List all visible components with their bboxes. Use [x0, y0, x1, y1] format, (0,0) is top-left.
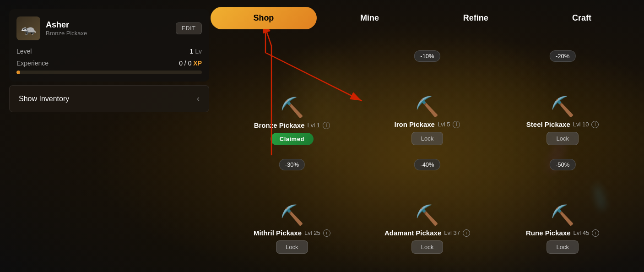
profile-name: Asher	[46, 20, 170, 30]
pickaxe-cell-mithril: -30% ⛏️ Mithril Pickaxe Lvl 25 i Lock	[224, 154, 360, 263]
adamant-info-icon[interactable]: i	[463, 229, 470, 237]
bronze-claimed-button[interactable]: Claimed	[271, 133, 314, 145]
iron-info-icon[interactable]: i	[453, 121, 460, 128]
bronze-pickaxe-icon: ⛏️	[280, 96, 304, 119]
iron-lock-button[interactable]: Lock	[411, 132, 443, 145]
adamant-name-row: Adamant Pickaxe Lvl 37 i	[384, 229, 470, 237]
pickaxe-cell-steel: -20% ⛏️ Steel Pickaxe Lvl 10 i Lock	[495, 46, 630, 154]
profile-card: 🦡 Asher Bronze Pickaxe EDIT Level 1 Lv E…	[9, 9, 209, 82]
pickaxe-cell-iron: -10% ⛏️ Iron Pickaxe Lvl 5 i Lock	[360, 46, 495, 154]
pickaxe-cell-adamant: -40% ⛏️ Adamant Pickaxe Lvl 37 i Lock	[360, 154, 495, 263]
rune-pickaxe-icon: ⛏️	[551, 204, 574, 226]
shop-content: ⛏️ Bronze Pickaxe Lvl 1 i Claimed -10% ⛏…	[211, 37, 644, 272]
xp-row: Experience 0 / 0 XP	[16, 60, 202, 74]
iron-name-row: Iron Pickaxe Lvl 5 i	[395, 120, 460, 128]
mithril-pickaxe-level: Lvl 25	[304, 229, 320, 236]
iron-pickaxe-icon: ⛏️	[415, 95, 439, 118]
tab-shop[interactable]: Shop	[211, 7, 317, 29]
top-navigation: Shop Mine Refine Craft	[211, 7, 635, 29]
level-row: Level 1 Lv	[16, 48, 202, 55]
experience-label: Experience	[16, 60, 49, 67]
exp-row: Experience 0 / 0 XP	[16, 60, 202, 67]
bronze-name-row: Bronze Pickaxe Lvl 1 i	[254, 121, 330, 129]
profile-subtitle: Bronze Pickaxe	[46, 30, 170, 37]
adamant-discount-badge: -40%	[414, 159, 440, 170]
exp-value: 0 / 0 XP	[179, 60, 202, 67]
bronze-pickaxe-level: Lvl 1	[308, 122, 320, 129]
mithril-name-row: Mithril Pickaxe Lvl 25 i	[254, 229, 330, 237]
iron-discount-badge: -10%	[414, 50, 440, 62]
profile-info: Asher Bronze Pickaxe	[46, 20, 170, 37]
rune-info-icon[interactable]: i	[592, 229, 599, 237]
bronze-info-icon[interactable]: i	[323, 122, 330, 129]
mithril-lock-button[interactable]: Lock	[276, 240, 308, 254]
rune-lock-button[interactable]: Lock	[547, 240, 578, 254]
mithril-info-icon[interactable]: i	[323, 229, 330, 237]
steel-pickaxe-level: Lvl 10	[573, 121, 589, 128]
mithril-pickaxe-icon: ⛏️	[280, 204, 304, 226]
iron-pickaxe-name: Iron Pickaxe	[395, 120, 435, 128]
mithril-discount-badge: -30%	[279, 159, 305, 170]
rune-pickaxe-name: Rune Pickaxe	[526, 229, 571, 237]
level-label: Level	[16, 48, 32, 55]
iron-pickaxe-level: Lvl 5	[438, 121, 450, 128]
tab-refine[interactable]: Refine	[423, 7, 529, 29]
pickaxe-cell-rune: -50% ⛏️ Rune Pickaxe Lvl 45 i Lock	[495, 154, 630, 263]
chevron-icon: ‹	[197, 94, 200, 103]
steel-pickaxe-icon: ⛏️	[551, 95, 574, 118]
mithril-pickaxe-name: Mithril Pickaxe	[254, 229, 302, 237]
steel-pickaxe-name: Steel Pickaxe	[526, 120, 570, 128]
steel-info-icon[interactable]: i	[591, 121, 599, 128]
xp-bar-fill	[16, 71, 20, 74]
inventory-label: Show Inventory	[19, 95, 69, 103]
rune-discount-badge: -50%	[550, 159, 575, 170]
rune-name-row: Rune Pickaxe Lvl 45 i	[526, 229, 599, 237]
adamant-pickaxe-level: Lvl 37	[444, 229, 460, 236]
tab-craft[interactable]: Craft	[529, 7, 635, 29]
pickaxe-cell-bronze: ⛏️ Bronze Pickaxe Lvl 1 i Claimed	[224, 46, 360, 154]
adamant-pickaxe-name: Adamant Pickaxe	[384, 229, 441, 237]
steel-lock-button[interactable]: Lock	[547, 132, 578, 145]
tab-mine[interactable]: Mine	[317, 7, 423, 29]
left-panel: 🦡 Asher Bronze Pickaxe EDIT Level 1 Lv E…	[9, 9, 209, 112]
steel-name-row: Steel Pickaxe Lvl 10 i	[526, 120, 599, 128]
adamant-lock-button[interactable]: Lock	[411, 240, 443, 254]
profile-header: 🦡 Asher Bronze Pickaxe EDIT	[16, 16, 202, 40]
avatar: 🦡	[16, 16, 40, 40]
edit-button[interactable]: EDIT	[176, 22, 202, 34]
level-value: 1 Lv	[190, 48, 202, 55]
steel-discount-badge: -20%	[550, 50, 575, 62]
show-inventory-button[interactable]: Show Inventory ‹	[9, 85, 209, 112]
bronze-pickaxe-name: Bronze Pickaxe	[254, 121, 305, 129]
adamant-pickaxe-icon: ⛏️	[415, 204, 439, 226]
rune-pickaxe-level: Lvl 45	[574, 229, 590, 236]
xp-bar-container	[16, 71, 202, 74]
pickaxe-grid: ⛏️ Bronze Pickaxe Lvl 1 i Claimed -10% ⛏…	[224, 46, 630, 263]
avatar-icon: 🦡	[21, 22, 37, 35]
